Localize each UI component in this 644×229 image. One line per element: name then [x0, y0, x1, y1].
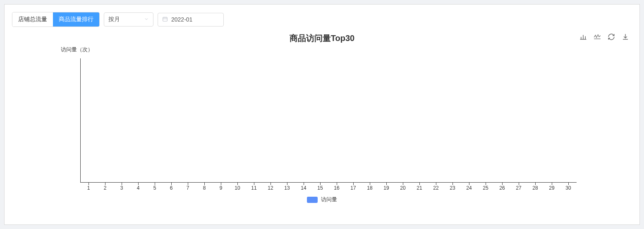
chart-panel: 店铺总流量 商品流量排行 按月 2022-01 商品访问量Top30	[4, 4, 640, 225]
x-tick: 12	[262, 185, 279, 191]
x-tick: 22	[428, 185, 444, 191]
x-tick: 18	[362, 185, 378, 191]
x-tick: 16	[328, 185, 345, 191]
plot-area	[80, 58, 577, 183]
x-tick: 21	[411, 185, 428, 191]
x-tick: 17	[345, 185, 362, 191]
x-axis-ticks: 1234567891011121314151617181920212223242…	[80, 185, 577, 191]
chart-toolbox	[579, 33, 630, 41]
download-icon[interactable]	[621, 33, 630, 41]
x-tick: 30	[560, 185, 577, 191]
x-tick: 27	[510, 185, 527, 191]
x-tick: 5	[146, 185, 163, 191]
legend-swatch	[307, 197, 318, 203]
chart-title: 商品访问量Top30	[12, 29, 632, 44]
chart-area: 商品访问量Top30 访问量（次） 1234567891011121314151…	[12, 29, 632, 212]
x-tick: 25	[477, 185, 494, 191]
bar-chart-icon[interactable]	[579, 33, 587, 41]
x-tick: 1	[80, 185, 97, 191]
x-tick: 28	[527, 185, 543, 191]
calendar-icon	[162, 16, 168, 23]
x-tick: 8	[196, 185, 213, 191]
x-tick: 20	[395, 185, 411, 191]
x-tick: 13	[279, 185, 295, 191]
x-tick: 7	[180, 185, 196, 191]
legend: 访问量	[12, 196, 632, 203]
month-picker[interactable]: 2022-01	[158, 13, 224, 27]
x-tick: 26	[494, 185, 510, 191]
tab-group: 店铺总流量 商品流量排行	[12, 12, 100, 27]
refresh-icon[interactable]	[607, 33, 615, 41]
period-select[interactable]: 按月	[104, 12, 153, 27]
y-axis-line	[80, 58, 81, 183]
line-chart-icon[interactable]	[593, 33, 601, 41]
y-axis-label: 访问量（次）	[61, 46, 93, 53]
x-tick: 23	[444, 185, 461, 191]
toolbar: 店铺总流量 商品流量排行 按月 2022-01	[12, 12, 632, 27]
x-tick: 9	[213, 185, 229, 191]
x-tick: 6	[163, 185, 180, 191]
tab-product-rank[interactable]: 商品流量排行	[53, 12, 99, 27]
x-tick: 4	[130, 185, 146, 191]
tab-store-total[interactable]: 店铺总流量	[12, 12, 53, 27]
svg-rect-0	[163, 17, 168, 21]
legend-label: 访问量	[321, 196, 337, 203]
x-tick: 3	[113, 185, 130, 191]
period-select-label: 按月	[108, 16, 120, 23]
x-tick: 11	[246, 185, 262, 191]
chevron-down-icon	[144, 16, 149, 23]
x-tick: 14	[295, 185, 312, 191]
x-tick: 10	[229, 185, 246, 191]
month-picker-value: 2022-01	[171, 16, 192, 23]
x-tick: 29	[543, 185, 560, 191]
x-tick: 19	[378, 185, 395, 191]
x-tick: 2	[97, 185, 113, 191]
x-tick: 15	[312, 185, 328, 191]
x-tick: 24	[461, 185, 477, 191]
